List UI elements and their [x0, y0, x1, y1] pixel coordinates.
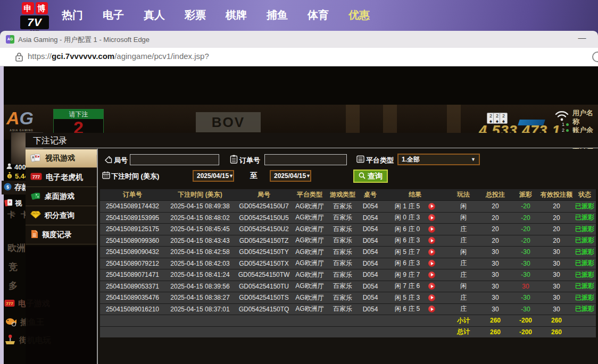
- tab-label: 桌面游戏: [45, 192, 74, 201]
- summary-row: 总计260-200260: [100, 326, 596, 338]
- nav-item-7[interactable]: 优惠: [348, 8, 370, 22]
- platform-select[interactable]: 1.全部 ▼: [397, 154, 480, 165]
- column-header: 下注时间 (美东): [165, 189, 235, 200]
- calendar-icon: [102, 171, 110, 181]
- cell-order: 250415089174432: [100, 201, 165, 212]
- cell-bet: 30: [479, 281, 512, 292]
- result-text: 闲 0 庄 3: [395, 213, 420, 222]
- site-nav: 申 博 7V com 热门电子真人彩票棋牌捕鱼体育优惠: [0, 0, 598, 34]
- cell-table: D054: [359, 258, 382, 269]
- tab-额度记录[interactable]: 额度记录: [26, 225, 97, 244]
- cell-result: 闲 6 庄 3: [382, 258, 448, 269]
- browser-urlbar[interactable]: https://gci.7vvvvvv.com/agingame/pcv1/in…: [0, 48, 598, 66]
- url-host: gci.7vvvvvv.com: [52, 52, 114, 61]
- summary-wager: 总计: [448, 327, 479, 338]
- minimize-button[interactable]: —: [576, 33, 588, 42]
- svg-text:777: 777: [6, 301, 13, 306]
- mini-card-icon: 9: [4, 198, 13, 209]
- cell-table: D054: [359, 201, 382, 212]
- cell-order: 250415089079212: [100, 258, 165, 269]
- modal-sidebar: K♥9视讯游戏777电子老虎机桌面游戏积分查询额度记录: [26, 149, 97, 246]
- summary-table: [359, 327, 382, 338]
- cell-order: 250415089090432: [100, 247, 165, 258]
- tablegame-icon: [30, 191, 41, 202]
- nav-item-0[interactable]: 热门: [62, 8, 83, 22]
- modal-title: 下注记录: [33, 136, 67, 147]
- arcade-icon: [4, 334, 16, 346]
- cell-bet: 30: [479, 304, 512, 315]
- site-nav-menu: 热门电子真人彩票棋牌捕鱼体育优惠: [62, 0, 370, 30]
- cell-round: GD054254150TQ: [235, 304, 293, 315]
- replay-button[interactable]: [428, 249, 435, 256]
- replay-button[interactable]: [428, 260, 435, 267]
- video-games-shortcut[interactable]: 9 视: [4, 198, 22, 209]
- bg-menu-europe: 欧洲: [7, 242, 26, 254]
- column-header: 平台类型: [293, 189, 327, 200]
- replay-button[interactable]: [428, 283, 435, 290]
- modal-content: 局号 订单号 平台类型 1.全部 ▼ 下注时间 (美东) 2025/04/15 …: [97, 149, 598, 364]
- cell-table: D054: [359, 235, 382, 247]
- table-row: 2504150890533712025-04-15 08:39:56GD0542…: [100, 281, 596, 292]
- date-from-select[interactable]: 2025/04/15 ▼: [193, 170, 234, 182]
- url-text[interactable]: https://gci.7vvvvvv.com/agingame/pcv1/in…: [28, 52, 209, 61]
- summary-valid: 260: [539, 315, 574, 326]
- cell-platform: AG欧洲厅: [293, 269, 327, 281]
- replay-button[interactable]: [428, 203, 435, 210]
- cell-payout: -30: [512, 258, 539, 269]
- tab-视讯游戏[interactable]: K♥9视讯游戏: [26, 149, 97, 168]
- site-logo[interactable]: 申 博 7V com: [20, 2, 49, 33]
- tab-label: 积分查询: [45, 211, 74, 221]
- cell-result: 闲 7 庄 6: [382, 281, 448, 292]
- replay-button[interactable]: [428, 306, 435, 312]
- nav-item-4[interactable]: 棋牌: [226, 8, 247, 22]
- cell-order: 250415089099360: [100, 235, 165, 247]
- round-input[interactable]: [130, 154, 219, 165]
- table-row: 2504150890162102025-04-15 08:37:01GD0542…: [100, 303, 596, 315]
- nav-item-2[interactable]: 真人: [144, 8, 165, 22]
- tab-电子老虎机[interactable]: 777电子老虎机: [26, 168, 97, 187]
- nav-item-6[interactable]: 体育: [308, 8, 329, 22]
- cell-order: 250415089125175: [100, 224, 165, 235]
- nav-item-1[interactable]: 电子: [103, 8, 124, 22]
- cell-game: 百家乐: [327, 304, 359, 315]
- chevron-down-icon: ▼: [471, 157, 476, 162]
- cell-wager: 庄: [448, 304, 479, 315]
- order-input[interactable]: [264, 154, 347, 165]
- ag-favicon-icon: AG: [6, 35, 14, 44]
- table-row: 2504150891539952025-04-15 08:48:02GD0542…: [100, 212, 596, 224]
- page-edge-strip: [0, 66, 4, 364]
- result-text: 闲 1 庄 5: [395, 202, 420, 211]
- url-path: /agingame/pcv1/index.jsp?: [114, 52, 209, 61]
- replay-button[interactable]: [428, 272, 435, 278]
- nav-item-3[interactable]: 彩票: [185, 8, 206, 22]
- summary-wager: 小计: [448, 315, 479, 326]
- cell-wager: 庄: [448, 235, 479, 247]
- tab-积分查询[interactable]: 积分查询: [26, 206, 97, 225]
- search-button[interactable]: 查询: [353, 170, 388, 183]
- cell-time: 2025-04-15 08:37:01: [165, 304, 235, 315]
- cell-valid: 30: [539, 281, 574, 292]
- cell-bet: 20: [479, 235, 512, 247]
- replay-button[interactable]: [428, 226, 435, 233]
- cell-platform: AG欧洲厅: [293, 304, 327, 315]
- cell-status: 已派彩: [574, 201, 596, 212]
- cell-time: 2025-04-15 08:39:56: [165, 281, 235, 292]
- result-text: 闲 7 庄 6: [395, 282, 420, 291]
- cell-time: 2025-04-15 08:42:03: [165, 258, 235, 269]
- cell-game: 百家乐: [327, 235, 359, 247]
- cell-platform: AG欧洲厅: [293, 213, 327, 224]
- nav-item-5[interactable]: 捕鱼: [267, 8, 288, 22]
- cell-result: 闲 1 庄 5: [382, 201, 448, 212]
- replay-button[interactable]: [428, 214, 435, 221]
- browser-profile-icon[interactable]: [592, 52, 598, 62]
- cell-valid: 30: [539, 247, 574, 258]
- cell-game: 百家乐: [327, 213, 359, 224]
- column-header: 订单号: [100, 189, 165, 200]
- slot-777-icon: 777: [4, 299, 15, 309]
- replay-button[interactable]: [428, 237, 435, 244]
- replay-button[interactable]: [428, 294, 435, 301]
- column-header: 桌号: [359, 189, 382, 200]
- tab-桌面游戏[interactable]: 桌面游戏: [26, 187, 97, 206]
- cell-table: D054: [359, 281, 382, 292]
- date-to-select[interactable]: 2025/04/15 ▼: [270, 170, 311, 182]
